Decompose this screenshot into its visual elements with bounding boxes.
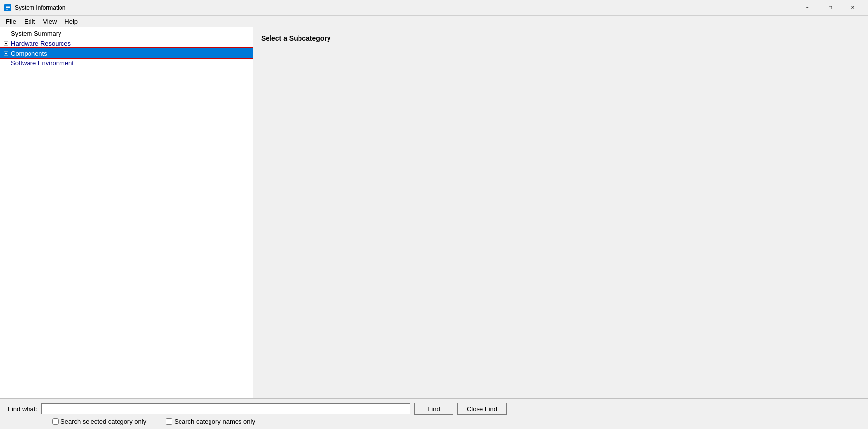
tree-item-software-environment[interactable]: Software Environment (0, 58, 253, 68)
svg-rect-3 (6, 9, 8, 10)
app-icon (4, 4, 12, 12)
window-title: System Information (15, 4, 796, 11)
find-button[interactable]: Find (414, 403, 453, 415)
tree-item-label-system-summary: System Summary (11, 30, 61, 37)
expand-icon-software-environment (2, 59, 10, 67)
checkbox-search-selected[interactable]: Search selected category only (52, 418, 146, 425)
menu-edit[interactable]: Edit (20, 17, 39, 26)
checkbox-row: Search selected category only Search cat… (52, 418, 860, 425)
checkbox-search-names-label: Search category names only (174, 418, 255, 425)
window-controls: − □ ✕ (796, 0, 864, 16)
tree-item-components[interactable]: Components (0, 48, 253, 58)
menu-bar: File Edit View Help (0, 16, 868, 27)
menu-file[interactable]: File (2, 17, 20, 26)
menu-view[interactable]: View (39, 17, 60, 26)
tree-item-label-hardware-resources: Hardware Resources (11, 40, 71, 47)
checkbox-search-selected-label: Search selected category only (60, 418, 146, 425)
close-find-underline: C (467, 405, 471, 413)
close-button[interactable]: ✕ (841, 0, 864, 16)
checkbox-search-selected-input[interactable] (52, 418, 59, 425)
checkbox-search-names-input[interactable] (166, 418, 172, 425)
detail-panel: Select a Subcategory (253, 27, 868, 398)
menu-help[interactable]: Help (60, 17, 82, 26)
find-row: Find what: Find Close Find (8, 403, 860, 415)
content-area: System Summary Hardware Resources (0, 27, 868, 398)
expand-icon-hardware-resources (2, 39, 10, 47)
close-find-button[interactable]: Close Find (457, 403, 507, 415)
find-input[interactable] (41, 403, 410, 414)
find-label-underline: w (22, 405, 27, 413)
expand-icon-system-summary (2, 30, 10, 37)
checkbox-search-names[interactable]: Search category names only (166, 418, 255, 425)
tree-panel: System Summary Hardware Resources (0, 27, 253, 398)
main-content: System Summary Hardware Resources (0, 27, 868, 429)
maximize-button[interactable]: □ (819, 0, 841, 16)
bottom-bar: Find what: Find Close Find Search select… (0, 398, 868, 429)
minimize-button[interactable]: − (796, 0, 819, 16)
tree-item-hardware-resources[interactable]: Hardware Resources (0, 38, 253, 48)
svg-rect-1 (6, 6, 10, 7)
select-subcategory-text: Select a Subcategory (261, 34, 331, 42)
expand-icon-components (2, 49, 10, 57)
title-bar: System Information − □ ✕ (0, 0, 868, 16)
find-label: Find what: (8, 405, 37, 413)
tree-item-label-software-environment: Software Environment (11, 60, 74, 67)
svg-rect-2 (6, 7, 10, 8)
tree-item-system-summary[interactable]: System Summary (0, 29, 253, 38)
tree-item-label-components: Components (11, 50, 47, 57)
